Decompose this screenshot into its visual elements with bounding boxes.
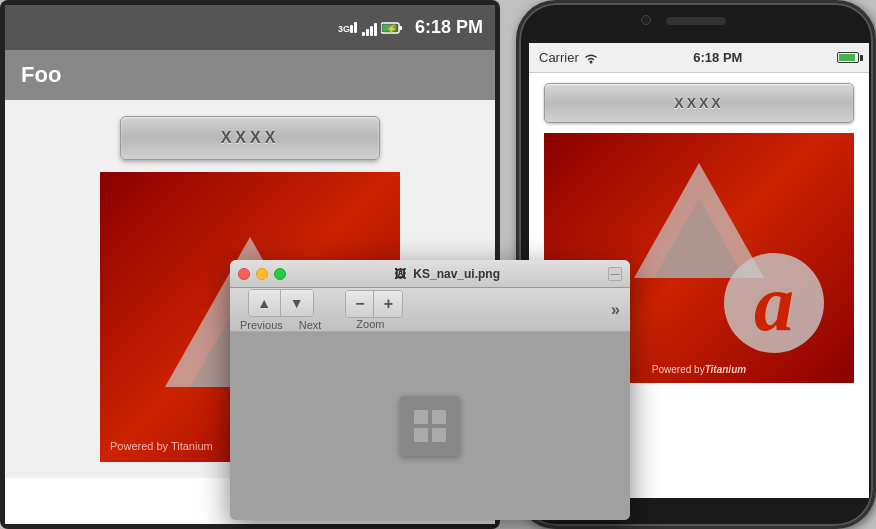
- zoom-out-button[interactable]: −: [346, 291, 374, 317]
- svg-rect-11: [432, 428, 446, 442]
- quicklook-titlebar: 🖼 KS_nav_ui.png —: [230, 260, 630, 288]
- previous-nav-button[interactable]: ▲: [249, 290, 281, 316]
- android-nav-label: XXXX: [221, 129, 280, 147]
- battery-icon: ⚡: [381, 21, 403, 35]
- nav-prev-next-group: ▲ ▼: [248, 289, 314, 317]
- android-title-bar: Foo: [5, 50, 495, 100]
- quicklook-window: 🖼 KS_nav_ui.png — ▲ ▼ Previous Next − + …: [230, 260, 630, 520]
- ios-carrier-label: Carrier: [539, 50, 579, 65]
- grid-icon: [410, 406, 450, 446]
- svg-rect-10: [414, 428, 428, 442]
- ios-nav-label: XXXX: [674, 95, 723, 111]
- zoom-group: − +: [345, 290, 403, 318]
- next-nav-button[interactable]: ▼: [281, 290, 313, 316]
- zoom-container: − + Zoom: [337, 290, 403, 330]
- android-powered-by: Powered by Titanium: [110, 440, 213, 452]
- window-minimize-button[interactable]: [256, 268, 268, 280]
- file-preview-icon: [400, 396, 460, 456]
- signal-strength-icon: [362, 20, 377, 36]
- quicklook-content: [230, 332, 630, 520]
- quicklook-expand-button[interactable]: —: [608, 267, 622, 281]
- window-close-button[interactable]: [238, 268, 250, 280]
- ios-letter-a-logo: a: [724, 253, 824, 353]
- quicklook-title: 🖼 KS_nav_ui.png: [292, 267, 602, 281]
- ios-speaker: [666, 17, 726, 25]
- more-button[interactable]: »: [611, 301, 620, 319]
- ios-nav-bar[interactable]: XXXX: [544, 83, 854, 123]
- ios-camera: [641, 15, 651, 25]
- svg-rect-9: [432, 410, 446, 424]
- ios-battery-icon: [837, 52, 859, 63]
- zoom-label: Zoom: [356, 318, 384, 330]
- quicklook-filename-icon: 🖼: [394, 267, 406, 281]
- android-time: 6:18 PM: [415, 17, 483, 38]
- ios-time: 6:18 PM: [693, 50, 742, 65]
- svg-text:⚡: ⚡: [386, 23, 398, 35]
- nav-prev-next-container: ▲ ▼ Previous Next: [240, 289, 321, 331]
- ios-triangle-inner: [654, 198, 744, 278]
- svg-rect-2: [354, 22, 357, 33]
- svg-point-7: [589, 60, 592, 63]
- android-status-icons: 3G ⚡: [338, 19, 403, 37]
- svg-text:3G: 3G: [338, 24, 350, 34]
- quicklook-filename: KS_nav_ui.png: [413, 267, 500, 281]
- android-status-bar: 3G ⚡: [5, 5, 495, 50]
- svg-rect-8: [414, 410, 428, 424]
- android-nav-bar[interactable]: XXXX: [120, 116, 380, 160]
- 3g-icon: 3G: [338, 19, 358, 37]
- window-maximize-button[interactable]: [274, 268, 286, 280]
- ios-battery-fill: [839, 54, 855, 61]
- next-label: Next: [299, 319, 322, 331]
- svg-rect-1: [350, 25, 353, 33]
- android-app-title: Foo: [21, 62, 61, 88]
- ios-status-bar: Carrier 6:18 PM: [529, 43, 869, 73]
- svg-rect-4: [399, 26, 402, 30]
- wifi-icon: [583, 52, 599, 64]
- previous-label: Previous: [240, 319, 283, 331]
- zoom-in-button[interactable]: +: [374, 291, 402, 317]
- ios-carrier: Carrier: [539, 50, 599, 65]
- quicklook-toolbar: ▲ ▼ Previous Next − + Zoom »: [230, 288, 630, 332]
